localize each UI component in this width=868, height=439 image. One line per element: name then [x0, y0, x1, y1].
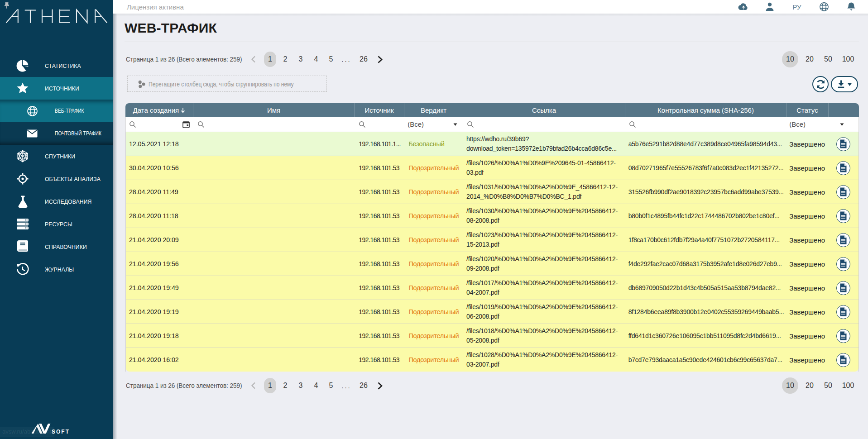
svg-text:SOFT: SOFT — [52, 429, 70, 435]
